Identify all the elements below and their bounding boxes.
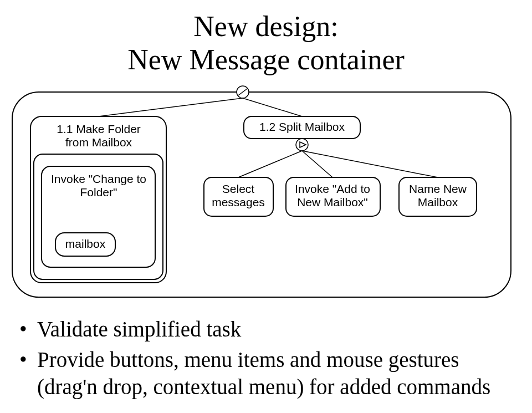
diagram: 1.1 Make Folder from Mailbox Invoke "Cha… [0,83,532,310]
mailbox-param-label: mailbox [65,237,106,250]
node-1-1-label-line2: from Mailbox [65,136,132,149]
node-select-messages: Select messages [204,177,273,216]
invoke-change-line2: Folder" [80,186,117,198]
node-1-2-group: 1.2 Split Mailbox [244,116,360,139]
invoke-add-line1: Invoke "Add to [295,182,370,195]
name-new-line1: Name New [409,182,467,195]
node-1-1-group: 1.1 Make Folder from Mailbox Invoke "Cha… [30,116,166,283]
bullet-list: Validate simplified task Provide buttons… [19,316,513,404]
node-1-2-label: 1.2 Split Mailbox [259,120,345,133]
title-line-1: New design: [193,11,338,42]
name-new-line2: Mailbox [418,196,458,208]
bullet-1: Validate simplified task [19,316,513,343]
root-joint-marker [237,86,249,98]
node-invoke-add: Invoke "Add to New Mailbox" [286,177,380,216]
select-messages-line1: Select [222,182,255,195]
select-messages-line2: messages [212,196,265,208]
invoke-add-line2: New Mailbox" [297,196,368,208]
bullet-2: Provide buttons, menu items and mouse ge… [19,346,513,401]
node-1-1-label-line1: 1.1 Make Folder [57,123,141,135]
node-name-new-mailbox: Name New Mailbox [399,177,477,216]
title-line-2: New Message container [127,44,405,75]
node-1-2-joint-marker [296,139,308,151]
slide-title: New design: New Message container [0,10,532,77]
invoke-change-line1: Invoke "Change to [51,172,146,185]
slide: New design: New Message container 1.1 Ma… [0,0,532,413]
